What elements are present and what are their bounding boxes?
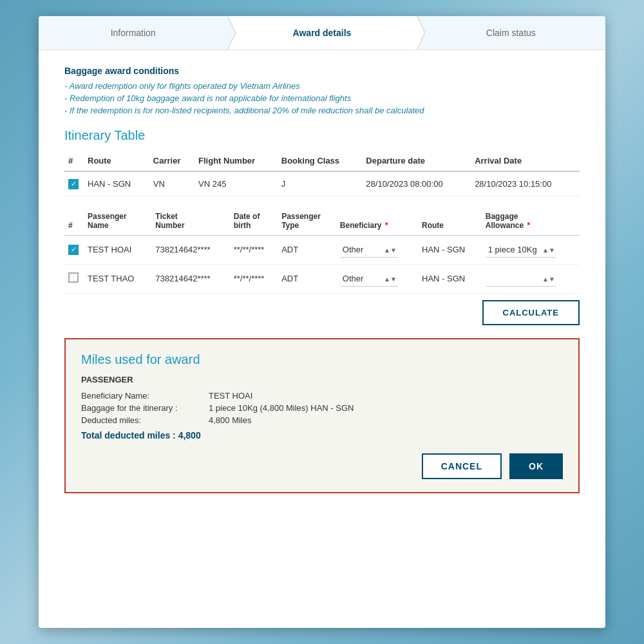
pcol-beneficiary: Beneficiary *: [336, 207, 418, 236]
content-area: Baggage award conditions - Award redempt…: [39, 50, 605, 509]
checkbox-checked-icon[interactable]: ✓: [68, 179, 79, 189]
p2-beneficiary[interactable]: Other Self ▲▼: [336, 264, 418, 293]
col-route: Route: [84, 151, 149, 171]
col-departure-date: Departure date: [362, 151, 471, 171]
p2-type: ADT: [278, 264, 336, 293]
table-row: ✓ HAN - SGN VN VN 245 J 28/10/2023 08:00…: [64, 171, 580, 196]
tab-award-details[interactable]: Award details: [227, 16, 416, 50]
pcol-ticket: TicketNumber: [151, 207, 229, 236]
p1-beneficiary-select-wrapper[interactable]: Other Self ▲▼: [340, 242, 398, 258]
calculate-row: CALCULATE: [64, 300, 580, 325]
pcol-route: Route: [418, 207, 482, 236]
p2-dob: **/**/****: [230, 264, 278, 293]
tabs-bar: Information Award details Claim status: [39, 16, 605, 50]
total-deducted-miles-label: Total deducted miles : 4,800: [81, 430, 201, 440]
beneficiary-row: Beneficiary Name: TEST HOAI: [81, 391, 563, 401]
pcol-hash: #: [64, 207, 84, 236]
p1-type: ADT: [278, 235, 336, 264]
p2-beneficiary-select-wrapper[interactable]: Other Self ▲▼: [340, 271, 398, 287]
baggage-itinerary-value: 1 piece 10Kg (4,800 Miles) HAN - SGN: [209, 403, 354, 413]
p2-route: HAN - SGN: [418, 264, 482, 293]
p2-baggage-select-wrapper[interactable]: 1 piece 10Kg ▲▼: [486, 271, 556, 287]
beneficiary-label: Beneficiary Name:: [81, 391, 204, 401]
p1-beneficiary[interactable]: Other Self ▲▼: [336, 235, 418, 264]
cancel-button[interactable]: CANCEL: [422, 453, 502, 479]
miles-title: Miles used for award: [81, 352, 563, 367]
p2-beneficiary-select[interactable]: Other Self: [340, 271, 398, 287]
p1-dob: **/**/****: [230, 235, 278, 264]
condition-3: - If the redemption is for non-listed re…: [64, 106, 580, 115]
baggage-itinerary-row: Baggage for the itinerary : 1 piece 10Kg…: [81, 403, 563, 413]
tab-information-label: Information: [111, 28, 156, 38]
beneficiary-value: TEST HOAI: [209, 391, 252, 401]
row-route: HAN - SGN: [84, 171, 149, 196]
p1-baggage-select-wrapper[interactable]: 1 piece 10Kg 2 pieces 10Kg ▲▼: [486, 242, 556, 258]
pcol-type: PassengerType: [278, 207, 336, 236]
deducted-miles-value: 4,800 Miles: [209, 415, 251, 425]
row-departure-date: 28/10/2023 08:00:00: [362, 171, 471, 196]
itinerary-title: Itinerary Table: [64, 128, 580, 143]
row-arrival-date: 28/10/2023 10:15:00: [471, 171, 580, 196]
deducted-miles-label: Deducted miles:: [81, 415, 204, 425]
col-flight-number: Flight Number: [194, 151, 278, 171]
main-card: Information Award details Claim status B…: [39, 16, 605, 628]
p2-baggage[interactable]: 1 piece 10Kg ▲▼: [482, 264, 580, 293]
p2-checkbox-empty-icon[interactable]: [68, 272, 79, 283]
row-booking-class: J: [278, 171, 363, 196]
ok-button[interactable]: OK: [509, 453, 563, 479]
p1-checkbox[interactable]: ✓: [64, 235, 84, 264]
p1-baggage[interactable]: 1 piece 10Kg 2 pieces 10Kg ▲▼: [482, 235, 580, 264]
action-row: CANCEL OK: [81, 453, 563, 479]
p1-name: TEST HOAI: [84, 235, 151, 264]
deducted-miles-row: Deducted miles: 4,800 Miles: [81, 415, 563, 425]
passenger-row-2: TEST THAO 738214642**** **/**/**** ADT O…: [64, 264, 580, 293]
row-checkbox[interactable]: ✓: [64, 171, 84, 196]
p2-baggage-select[interactable]: 1 piece 10Kg: [486, 271, 556, 287]
beneficiary-required-star: *: [385, 221, 388, 230]
passenger-table: # PassengerName TicketNumber Date ofbirt…: [64, 207, 580, 294]
row-flight-number: VN 245: [194, 171, 278, 196]
passenger-section-label: PASSENGER: [81, 375, 563, 384]
condition-1: - Award redemption only for flights oper…: [64, 81, 580, 91]
p2-name: TEST THAO: [84, 264, 151, 293]
miles-section: Miles used for award PASSENGER Beneficia…: [64, 338, 580, 493]
baggage-conditions-title: Baggage award conditions: [64, 66, 580, 76]
baggage-itinerary-label: Baggage for the itinerary :: [81, 403, 204, 413]
tab-award-details-label: Award details: [293, 28, 352, 38]
p1-route: HAN - SGN: [418, 235, 482, 264]
tab-claim-status-label: Claim status: [486, 28, 536, 38]
tab-claim-status[interactable]: Claim status: [417, 16, 605, 50]
passenger-row-1: ✓ TEST HOAI 738214642**** **/**/**** ADT…: [64, 235, 580, 264]
tab-information[interactable]: Information: [39, 16, 227, 50]
col-arrival-date: Arrival Date: [471, 151, 580, 171]
condition-2: - Redemption of 10kg baggage award is no…: [64, 93, 580, 103]
total-deducted-miles-row: Total deducted miles : 4,800: [81, 430, 563, 440]
p1-ticket: 738214642****: [151, 235, 229, 264]
row-carrier: VN: [149, 171, 194, 196]
pcol-dob: Date ofbirth: [230, 207, 278, 236]
p2-checkbox[interactable]: [64, 264, 84, 293]
conditions-list: - Award redemption only for flights oper…: [64, 81, 580, 115]
itinerary-table: # Route Carrier Flight Number Booking Cl…: [64, 151, 580, 196]
pcol-name: PassengerName: [84, 207, 151, 236]
p1-baggage-select[interactable]: 1 piece 10Kg 2 pieces 10Kg: [486, 242, 556, 258]
pcol-baggage: BaggageAllowance *: [482, 207, 580, 236]
p1-beneficiary-select[interactable]: Other Self: [340, 242, 398, 258]
baggage-required-star: *: [527, 221, 530, 230]
col-carrier: Carrier: [149, 151, 194, 171]
col-hash: #: [64, 151, 84, 171]
p2-ticket: 738214642****: [151, 264, 229, 293]
calculate-button[interactable]: CALCULATE: [482, 300, 580, 325]
col-booking-class: Booking Class: [278, 151, 363, 171]
p1-checkbox-checked-icon[interactable]: ✓: [68, 245, 79, 255]
